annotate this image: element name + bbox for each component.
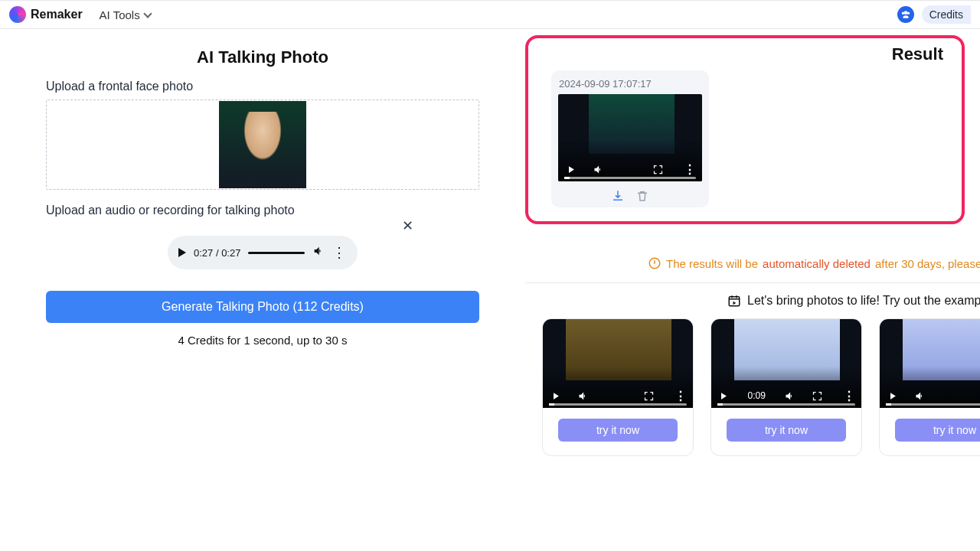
svg-rect-1: [729, 297, 740, 306]
video-progress[interactable]: [549, 403, 687, 406]
example-video-2[interactable]: 0:09 ⋮: [711, 319, 861, 408]
result-card: 2024-09-09 17:07:17 ⋮: [551, 70, 709, 207]
app-header: Remaker AI Tools Credits: [0, 0, 980, 29]
play-icon[interactable]: [886, 390, 898, 402]
retention-warning: The results will be automatically delete…: [648, 256, 980, 270]
uploaded-photo-thumb: [219, 101, 306, 188]
credits-button[interactable]: Credits: [922, 5, 971, 24]
fullscreen-icon[interactable]: [652, 163, 664, 175]
examples-intro: Let's bring photos to life! Try out the …: [747, 294, 980, 308]
audio-progress[interactable]: [248, 252, 305, 254]
fullscreen-icon[interactable]: [642, 390, 655, 402]
volume-icon[interactable]: [312, 245, 325, 260]
download-icon[interactable]: [611, 189, 625, 203]
example-card-1: ⋮ try it now: [542, 318, 694, 456]
example-video-1[interactable]: ⋮: [543, 319, 693, 408]
audio-more-icon[interactable]: ⋮: [332, 246, 347, 259]
community-icon[interactable]: [897, 6, 914, 23]
volume-icon[interactable]: [577, 390, 589, 402]
left-panel: AI Talking Photo Upload a frontal face p…: [0, 29, 525, 551]
video-more-icon[interactable]: ⋮: [843, 390, 855, 402]
audio-time: 0:27 / 0:27: [194, 247, 240, 259]
example-2-time: 0:09: [748, 390, 766, 401]
logo-icon: [9, 6, 26, 23]
fullscreen-icon[interactable]: [811, 390, 823, 402]
result-title: Result: [551, 44, 943, 64]
generate-button[interactable]: Generate Talking Photo (112 Credits): [46, 291, 479, 323]
ai-tools-dropdown[interactable]: AI Tools: [100, 8, 151, 21]
warning-text-2: automatically deleted: [763, 257, 871, 270]
try-it-button-2[interactable]: try it now: [727, 419, 846, 442]
video-progress[interactable]: [886, 403, 980, 406]
warning-text-3: after 30 days, please do: [875, 257, 980, 270]
audio-player[interactable]: 0:27 / 0:27 ⋮: [168, 236, 358, 269]
example-card-3: try it now: [879, 318, 980, 456]
trash-icon[interactable]: [635, 189, 649, 203]
play-icon[interactable]: [564, 163, 577, 175]
try-it-button-3[interactable]: try it now: [895, 419, 980, 442]
examples-header: Let's bring photos to life! Try out the …: [727, 294, 980, 308]
brand-name: Remaker: [31, 8, 83, 21]
credit-note: 4 Credits for 1 second, up to 30 s: [46, 334, 479, 347]
video-more-icon[interactable]: ⋮: [684, 163, 696, 175]
play-icon[interactable]: [178, 248, 186, 257]
divider: [525, 282, 980, 283]
photo-dropzone[interactable]: [46, 99, 479, 190]
examples-row: ⋮ try it now 0:09 ⋮: [542, 318, 980, 456]
upload-photo-label: Upload a frontal face photo: [46, 80, 479, 93]
remove-audio-icon[interactable]: ✕: [402, 217, 413, 234]
page-title: AI Talking Photo: [46, 47, 479, 67]
right-panel: Result 2024-09-09 17:07:17 ⋮: [525, 29, 980, 551]
warning-icon: [648, 256, 662, 270]
video-more-icon[interactable]: ⋮: [675, 390, 687, 402]
volume-icon[interactable]: [913, 390, 926, 402]
chevron-down-icon: [143, 9, 152, 18]
volume-icon[interactable]: [592, 163, 604, 175]
try-it-button-1[interactable]: try it now: [558, 419, 678, 442]
result-box: Result 2024-09-09 17:07:17 ⋮: [525, 35, 965, 224]
play-icon[interactable]: [717, 390, 730, 402]
video-progress[interactable]: [564, 177, 696, 179]
play-icon[interactable]: [549, 390, 561, 402]
result-timestamp: 2024-09-09 17:07:17: [556, 77, 704, 94]
warning-text-1: The results will be: [666, 257, 758, 270]
video-progress[interactable]: [717, 403, 855, 406]
upload-audio-label: Upload an audio or recording for talking…: [46, 204, 479, 217]
example-video-3[interactable]: [880, 319, 980, 408]
calendar-play-icon: [727, 294, 741, 308]
ai-tools-label: AI Tools: [100, 8, 140, 21]
result-video[interactable]: ⋮: [558, 94, 702, 181]
volume-icon[interactable]: [784, 390, 796, 402]
example-card-2: 0:09 ⋮ try it now: [710, 318, 862, 456]
